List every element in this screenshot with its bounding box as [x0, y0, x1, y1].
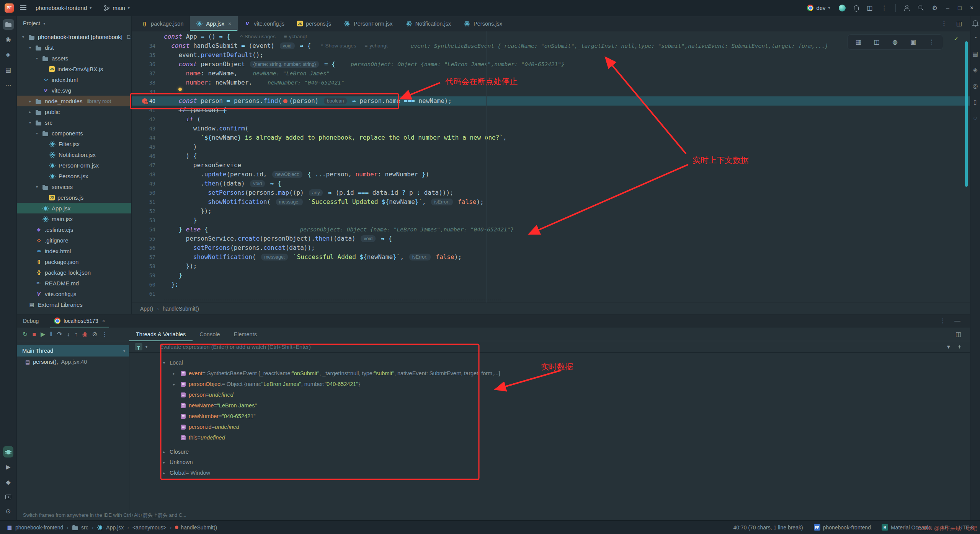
project-panel-header[interactable]: Project ▾ [17, 16, 131, 31]
gutter[interactable]: 45 [132, 142, 161, 151]
stop-icon[interactable]: ■ [30, 330, 38, 339]
tree-item-external-libraries[interactable]: ▤External Libraries [17, 299, 131, 310]
gutter[interactable]: 52 [132, 207, 161, 216]
status-crumb-src[interactable]: src [72, 524, 88, 531]
tab-personform-jsx[interactable]: PersonForm.jsx [338, 16, 399, 31]
tree-item-services[interactable]: ▾services [17, 181, 131, 192]
tree-item-index-html[interactable]: <>index.html [17, 74, 131, 85]
code-with-me-icon[interactable] [900, 3, 913, 13]
gutter[interactable]: 42 [132, 115, 161, 124]
gutter[interactable]: 55 [132, 234, 161, 243]
device-manager-stripe-icon[interactable]: ▯ [972, 98, 978, 106]
step-over-icon[interactable]: ↷ [55, 330, 64, 339]
gutter[interactable]: 61 [132, 289, 161, 298]
run-tool-icon[interactable]: ▶ [3, 461, 13, 473]
status-utf-8[interactable]: UTF-8 [959, 524, 974, 531]
status-crumb-anonymous[interactable]: <anonymous> [132, 524, 167, 531]
tree-item-gitignore[interactable]: ◇.gitignore [17, 235, 131, 246]
search-everywhere-icon[interactable] [915, 3, 927, 13]
variable-row-person[interactable]: person = undefined [129, 389, 970, 400]
gutter[interactable]: 59 [132, 271, 161, 280]
ai-chat-stripe-icon[interactable]: ◔ [972, 34, 978, 42]
thread-selector[interactable]: Main Thread ▾ [17, 345, 129, 357]
variable-row-unknown[interactable]: ▸Unknown [129, 457, 970, 467]
status-lf[interactable]: LF [942, 524, 948, 531]
database-stripe-icon[interactable]: ▤ [971, 50, 979, 58]
tab-notification-jsx[interactable]: Notification.jsx [399, 16, 457, 31]
reader-mode-icon[interactable]: ◫ [871, 37, 883, 47]
debug-more-icon[interactable]: ⋮ [936, 316, 949, 326]
editor-scrollbar[interactable] [965, 41, 968, 187]
debug-tab-console[interactable]: Console [193, 327, 227, 341]
inspections-ok-icon[interactable]: ✓ [954, 35, 959, 42]
watch-expand-icon[interactable]: ▾ [944, 342, 954, 352]
notifications-stripe-icon[interactable] [972, 20, 979, 26]
split-editor-icon[interactable]: ◫ [953, 18, 965, 29]
breadcrumb-app[interactable]: App() [140, 306, 153, 312]
gutter[interactable]: 40 [132, 96, 161, 106]
variable-row-newname[interactable]: newName = "LeBron James" [129, 400, 970, 411]
filter-icon[interactable] [135, 343, 142, 350]
rerun-icon[interactable]: ↻ [21, 330, 29, 339]
tree-item-personform-jsx[interactable]: PersonForm.jsx [17, 160, 131, 171]
vcs-widget[interactable]: main ▾ [101, 3, 133, 13]
step-out-icon[interactable]: ↑ [72, 330, 79, 339]
tree-item-index-dnvajjbx-js[interactable]: JSindex-DnvAjjBX.js [17, 63, 131, 74]
gutter[interactable]: 54 [132, 225, 161, 234]
tree-item-persons-jsx[interactable]: Persons.jsx [17, 171, 131, 181]
tree-item-vite-config-js[interactable]: Vvite.config.js [17, 288, 131, 299]
editor-panels-icon[interactable]: ▣ [907, 37, 920, 47]
gutter[interactable]: 49 [132, 179, 161, 188]
settings-icon[interactable]: ⚙ [929, 3, 941, 13]
tree-item-eslintrc-cjs[interactable]: ◆.eslintrc.cjs [17, 224, 131, 235]
tree-item-index-html[interactable]: <>index.html [17, 246, 131, 256]
tree-item-filter-jsx[interactable]: Filter.jsx [17, 138, 131, 149]
git-author-hint[interactable]: ≡ychangt [284, 32, 307, 41]
tree-item-vite-svg[interactable]: Vvite.svg [17, 85, 131, 96]
tree-item-app-jsx[interactable]: App.jsx [17, 203, 131, 213]
show-usages-hint[interactable]: ^Show usages [321, 41, 356, 50]
lambda-breakpoint-icon[interactable] [283, 99, 287, 103]
tree-item-src[interactable]: ▾src [17, 117, 131, 128]
window-maximize[interactable]: □ [954, 3, 965, 13]
debug-hide-icon[interactable]: — [951, 316, 964, 326]
problems-tool-icon[interactable]: ⊙ [3, 506, 13, 517]
gutter[interactable]: 56 [132, 243, 161, 252]
variable-row-person-id[interactable]: person.id = undefined [129, 422, 970, 432]
tree-item-notification-jsx[interactable]: Notification.jsx [17, 149, 131, 160]
debug-tool-icon[interactable] [3, 446, 13, 457]
breakpoint-icon[interactable] [142, 98, 147, 104]
debug-toolbar-more-icon[interactable]: ⋮ [100, 330, 110, 339]
bookmarks-tool-icon[interactable]: ▤ [3, 64, 14, 76]
gutter[interactable]: 51 [132, 197, 161, 207]
variable-row-newnumber[interactable]: newNumber = "040-652421" [129, 411, 970, 422]
gradle-stripe-icon[interactable]: ◈ [972, 66, 978, 74]
variable-row-global[interactable]: ▸Global = Window [129, 467, 970, 478]
tree-item-node-modules[interactable]: ▸node_moduleslibrary root [17, 96, 131, 106]
layout-icon[interactable]: ◫ [864, 3, 876, 13]
tree-item-assets[interactable]: ▾assets [17, 53, 131, 63]
watch-add-icon[interactable]: + [954, 342, 965, 352]
code-vision-icon[interactable]: ◍ [889, 37, 901, 47]
status-phonebook-frontend[interactable]: PFphonebook-frontend [814, 524, 871, 531]
tab-localhost[interactable]: localhost:5173 × [50, 314, 109, 327]
tree-item-phonebook-frontend-phonebook[interactable]: ▾phonebook-frontend [phonebook]E:\Master… [17, 31, 131, 42]
tree-item-components[interactable]: ▾components [17, 128, 131, 138]
gutter[interactable]: 60 [132, 280, 161, 289]
show-usages-hint[interactable]: ^Show usages [240, 32, 275, 41]
view-breakpoints-icon[interactable]: ◉ [80, 330, 89, 339]
main-menu-icon[interactable] [20, 5, 26, 10]
resume-icon[interactable]: ▶ [39, 330, 47, 339]
gutter[interactable]: 38 [132, 78, 161, 87]
tree-item-package-lock-json[interactable]: {}package-lock.json [17, 267, 131, 278]
git-author-hint[interactable]: ≡ychangt [364, 41, 387, 50]
tab-vite-config-js[interactable]: Vvite.config.js [238, 16, 291, 31]
gutter[interactable]: 50 [132, 188, 161, 197]
tree-item-public[interactable]: ▸public [17, 106, 131, 117]
dependencies-stripe-icon[interactable]: ◎ [972, 82, 979, 90]
stack-frame[interactable]: ▤ persons(), App.jsx:40 [17, 357, 129, 367]
gutter[interactable]: 36 [132, 60, 161, 69]
variable-row-closure[interactable]: ▸Closure [129, 447, 970, 457]
gutter[interactable]: 58 [132, 262, 161, 271]
highlighting-widget-icon[interactable]: ▦ [852, 37, 865, 47]
